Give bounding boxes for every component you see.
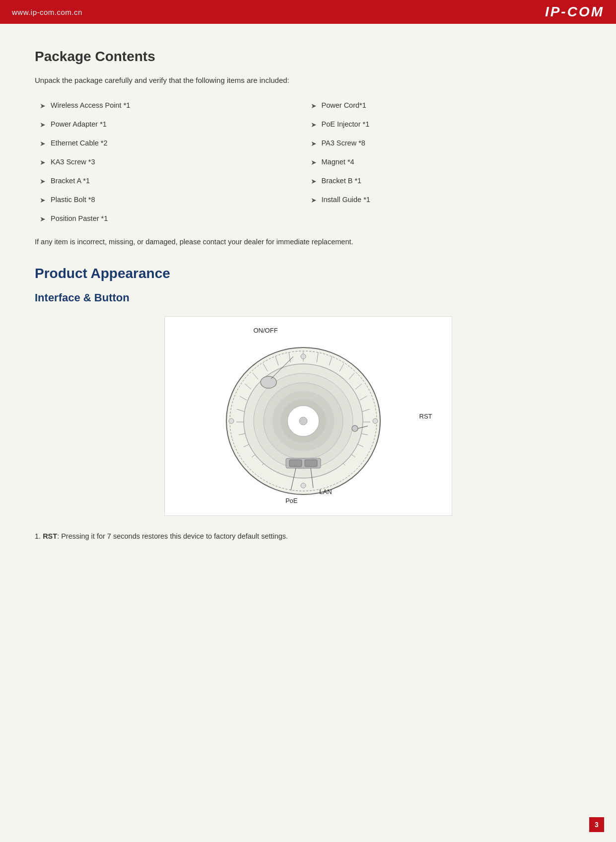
arrow-icon: ➤ [40, 195, 46, 206]
arrow-icon: ➤ [40, 157, 46, 168]
rst-bold: RST [43, 532, 57, 540]
rst-description: 1. RST: Pressing it for 7 seconds restor… [35, 531, 581, 542]
product-appearance-title: Product Appearance [35, 266, 581, 281]
arrow-icon: ➤ [40, 101, 46, 111]
product-appearance-section: Product Appearance Interface & Button ON… [35, 266, 581, 542]
brand-logo: IP-COM [545, 4, 604, 20]
svg-point-47 [373, 419, 378, 423]
list-item: ➤ PA3 Screw *8 [311, 134, 582, 153]
rst-prefix: 1. [35, 532, 43, 540]
item-text: Wireless Access Point *1 [51, 100, 130, 111]
arrow-icon: ➤ [311, 195, 317, 206]
list-item: ➤ Plastic Bolt *8 [40, 191, 311, 210]
label-rst: RST [419, 413, 432, 420]
intro-text: Unpack the package carefully and verify … [35, 74, 581, 86]
svg-point-46 [301, 354, 306, 359]
item-text: PoE Injector *1 [322, 119, 370, 130]
label-on-off: ON/OFF [254, 327, 278, 334]
svg-point-49 [229, 419, 234, 423]
page-number: 3 [589, 817, 604, 832]
list-item: ➤ Wireless Access Point *1 [40, 96, 311, 115]
label-lan: LAN [319, 488, 332, 495]
list-item: ➤ Bracket A *1 [40, 172, 311, 191]
list-item: ➤ PoE Injector *1 [311, 115, 582, 134]
item-text: PA3 Screw *8 [322, 138, 365, 149]
arrow-icon: ➤ [311, 176, 317, 187]
interface-button-title: Interface & Button [35, 291, 581, 304]
device-diagram: ON/OFF RST [214, 332, 403, 500]
list-item: ➤ KA3 Screw *3 [40, 153, 311, 172]
package-contents-title: Package Contents [35, 49, 581, 65]
arrow-icon: ➤ [40, 176, 46, 187]
svg-point-44 [352, 425, 358, 431]
rst-text: : Pressing it for 7 seconds restores thi… [57, 532, 288, 540]
arrow-icon: ➤ [40, 139, 46, 149]
list-item: ➤ Power Adapter *1 [40, 115, 311, 134]
arrow-icon: ➤ [311, 120, 317, 130]
package-list: ➤ Wireless Access Point *1 ➤ Power Cord*… [40, 96, 581, 228]
svg-rect-42 [289, 460, 302, 467]
svg-point-48 [301, 483, 306, 488]
list-item: ➤ Magnet *4 [311, 153, 582, 172]
label-poe: PoE [285, 497, 298, 504]
website-url: www.ip-com.com.cn [12, 8, 82, 16]
item-text: KA3 Screw *3 [51, 157, 95, 168]
item-text: Power Adapter *1 [51, 119, 107, 130]
device-svg [214, 342, 393, 500]
svg-point-39 [261, 376, 276, 388]
item-text: Bracket A *1 [51, 176, 90, 187]
item-text: Power Cord*1 [322, 100, 366, 111]
arrow-icon: ➤ [40, 214, 46, 224]
item-text: Magnet *4 [322, 157, 354, 168]
note-text: If any item is incorrect, missing, or da… [35, 236, 581, 248]
arrow-icon: ➤ [311, 157, 317, 168]
list-item: ➤ Ethernet Cable *2 [40, 134, 311, 153]
main-content: Package Contents Unpack the package care… [0, 24, 616, 572]
item-text: Bracket B *1 [322, 176, 362, 187]
item-text: Ethernet Cable *2 [51, 138, 107, 149]
header-bar: www.ip-com.com.cn IP-COM [0, 0, 616, 24]
arrow-icon: ➤ [311, 139, 317, 149]
item-text: Plastic Bolt *8 [51, 195, 95, 206]
list-item: ➤ Install Guide *1 [311, 191, 582, 210]
arrow-icon: ➤ [40, 120, 46, 130]
list-item: ➤ Power Cord*1 [311, 96, 582, 115]
list-item: ➤ Bracket B *1 [311, 172, 582, 191]
svg-rect-43 [305, 460, 317, 467]
device-diagram-container: ON/OFF RST [164, 316, 452, 516]
arrow-icon: ➤ [311, 101, 317, 111]
item-text: Position Paster *1 [51, 213, 108, 224]
item-text: Install Guide *1 [322, 195, 370, 206]
list-item: ➤ Position Paster *1 [40, 210, 311, 228]
interface-button-section: Interface & Button ON/OFF RST [35, 291, 581, 542]
svg-point-38 [299, 417, 307, 425]
